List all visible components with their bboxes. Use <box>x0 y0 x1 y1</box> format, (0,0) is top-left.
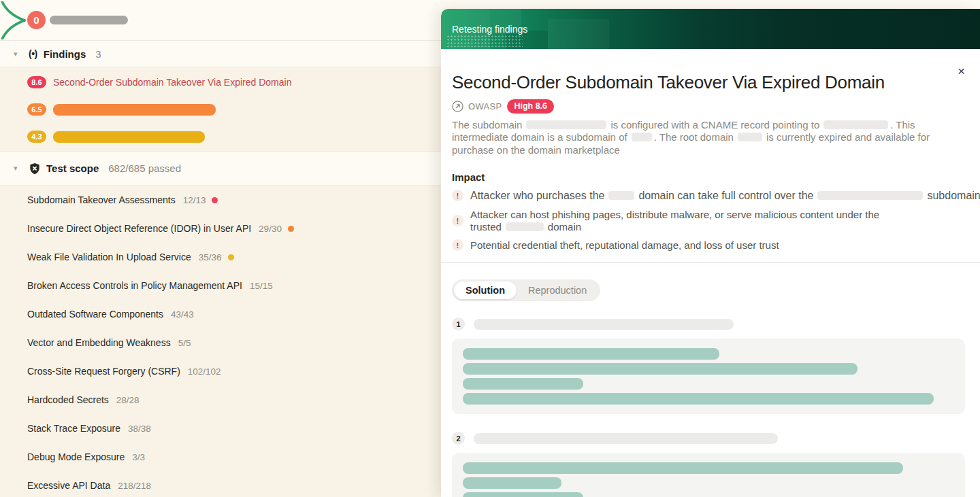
notification-count-badge[interactable]: 0 <box>27 11 46 29</box>
sidebar: 0 ▾ (•) Findings 3 8.6 Second-Order Subd… <box>0 0 441 497</box>
scope-count: 43/43 <box>171 309 194 320</box>
scope-count: 15/15 <box>250 281 273 291</box>
redacted-domain <box>506 222 544 231</box>
status-dot-medium <box>288 226 294 232</box>
external-link-icon <box>452 101 463 112</box>
bullet-text: domain can take full control over the <box>638 190 813 202</box>
scope-count: 5/5 <box>178 338 191 348</box>
redacted-finding-title <box>53 131 205 143</box>
code-block-2 <box>452 453 965 497</box>
solution-step-1: 1 <box>452 318 965 330</box>
scope-row[interactable]: Vector and Embedding Weakness 5/5 <box>0 328 441 357</box>
step-number-badge: 2 <box>452 432 465 445</box>
bullet-text: trusted <box>470 221 502 233</box>
scope-row[interactable]: Insecure Direct Object Reference (IDOR) … <box>0 214 441 243</box>
scope-count: 35/36 <box>199 252 222 262</box>
scope-row[interactable]: Excessive API Data 218/218 <box>0 471 441 497</box>
findings-section-header[interactable]: ▾ (•) Findings 3 <box>0 41 441 67</box>
scope-title: Outdated Software Components <box>27 309 163 320</box>
redacted-step-text <box>474 319 734 330</box>
impact-bullet: ! Potential credential theft, reputation… <box>452 239 932 251</box>
owasp-link[interactable]: OWASP <box>452 101 502 112</box>
scope-row[interactable]: Subdomain Takeover Assessments 12/13 <box>0 186 441 214</box>
redacted-code-line <box>463 363 858 375</box>
finding-row-low[interactable]: 4.3 <box>0 123 441 150</box>
chevron-down-icon[interactable]: ▾ <box>14 164 22 173</box>
redacted-code-line <box>463 348 719 360</box>
scope-row[interactable]: Debug Mode Exposure 3/3 <box>0 443 441 471</box>
redacted-domain <box>632 133 652 141</box>
severity-score-badge: 6.5 <box>27 103 46 116</box>
tab-solution[interactable]: Solution <box>454 281 517 299</box>
scope-count: 102/102 <box>188 366 221 377</box>
scope-title: Vector and Embedding Weakness <box>27 337 171 348</box>
findings-count: 3 <box>95 48 101 60</box>
alert-icon: ! <box>452 190 463 201</box>
scope-row[interactable]: Stack Trace Exposure 38/38 <box>0 414 441 443</box>
step-number-badge: 1 <box>452 318 465 330</box>
desc-text: purchase on the domain marketplace <box>452 144 620 156</box>
redacted-subdomain <box>526 120 606 129</box>
scope-title: Stack Trace Exposure <box>27 423 120 434</box>
scope-title: Cross-Site Request Forgery (CSRF) <box>27 366 180 377</box>
redacted-code-line <box>463 462 903 474</box>
finding-row-high[interactable]: 8.6 Second-Order Subdomain Takeover Via … <box>0 69 441 96</box>
finding-detail-body: Second-Order Subdomain Takeover Via Expi… <box>441 49 980 251</box>
finding-row-medium[interactable]: 6.5 <box>0 96 441 123</box>
redacted-project-name <box>50 16 128 24</box>
owasp-label: OWASP <box>468 101 502 112</box>
severity-badge: High 8.6 <box>507 99 554 114</box>
scope-title: Broken Access Controls in Policy Managem… <box>27 280 242 291</box>
tab-reproduction[interactable]: Reproduction <box>517 281 598 299</box>
solution-step-2: 2 <box>452 432 965 445</box>
impact-heading: Impact <box>452 171 932 183</box>
redacted-code-line <box>463 393 934 405</box>
chevron-down-icon[interactable]: ▾ <box>14 50 22 58</box>
bullet-text: Attacker who purchases the <box>470 190 604 202</box>
impact-bullets: ! Attacker who purchases the domain can … <box>452 190 932 252</box>
scope-title: Excessive API Data <box>27 480 110 491</box>
finding-title: Second-Order Subdomain Takeover Via Expi… <box>53 77 291 88</box>
redacted-code-line <box>463 378 583 390</box>
alert-icon: ! <box>452 239 463 251</box>
bullet-text: subdomain <box>927 190 980 202</box>
impact-bullet: ! Attacker who purchases the domain can … <box>452 190 932 203</box>
desc-text: is currently expired and available for <box>766 131 930 143</box>
test-scope-summary: 682/685 passed <box>108 162 181 174</box>
scope-title: Debug Mode Exposure <box>27 451 125 462</box>
desc-text: The subdomain <box>452 119 522 131</box>
scope-row[interactable]: Cross-Site Request Forgery (CSRF) 102/10… <box>0 357 441 385</box>
redacted-code-line <box>463 492 583 497</box>
status-dot-low <box>228 254 234 260</box>
scope-count: 29/30 <box>259 224 282 234</box>
finding-detail-drawer: Retesting findings × Second-Order Subdom… <box>441 9 980 497</box>
impact-bullet: ! Attacker can host phishing pages, dist… <box>452 208 932 233</box>
findings-icon: (•) <box>29 48 37 59</box>
scope-title: Weak File Validation In Upload Service <box>27 252 191 262</box>
status-dot-high <box>212 197 218 203</box>
scope-row[interactable]: Weak File Validation In Upload Service 3… <box>0 243 441 271</box>
scope-title: Subdomain Takeover Assessments <box>27 194 176 205</box>
redacted-domain <box>608 191 634 200</box>
scope-count: 12/13 <box>183 195 206 205</box>
bullet-text: Potential credential theft, reputational… <box>470 239 779 251</box>
scope-row[interactable]: Outdated Software Components 43/43 <box>0 300 441 328</box>
test-scope-list: Subdomain Takeover Assessments 12/13 Ins… <box>0 186 441 497</box>
redacted-code-line <box>463 477 561 489</box>
test-scope-section-header[interactable]: ▾ Test scope 682/685 passed <box>0 152 441 186</box>
findings-section-label: Findings <box>44 48 86 60</box>
bullet-text: Attacker can host phishing pages, distri… <box>470 209 879 220</box>
scope-row[interactable]: Hardcoded Secrets 28/28 <box>0 385 441 414</box>
severity-score-badge: 8.6 <box>27 76 46 88</box>
alert-icon: ! <box>452 215 463 226</box>
scope-row[interactable]: Broken Access Controls in Policy Managem… <box>0 271 441 300</box>
close-icon[interactable]: × <box>958 65 965 78</box>
app-logo-icon <box>0 1 27 39</box>
scope-count: 3/3 <box>132 452 145 462</box>
findings-list: 8.6 Second-Order Subdomain Takeover Via … <box>0 67 441 152</box>
banner-dot-texture <box>446 35 523 47</box>
finding-meta-row: OWASP High 8.6 <box>452 99 932 113</box>
desc-text: . The root domain <box>654 131 734 143</box>
redacted-cname-target <box>823 120 888 129</box>
redacted-step-text <box>474 433 778 444</box>
